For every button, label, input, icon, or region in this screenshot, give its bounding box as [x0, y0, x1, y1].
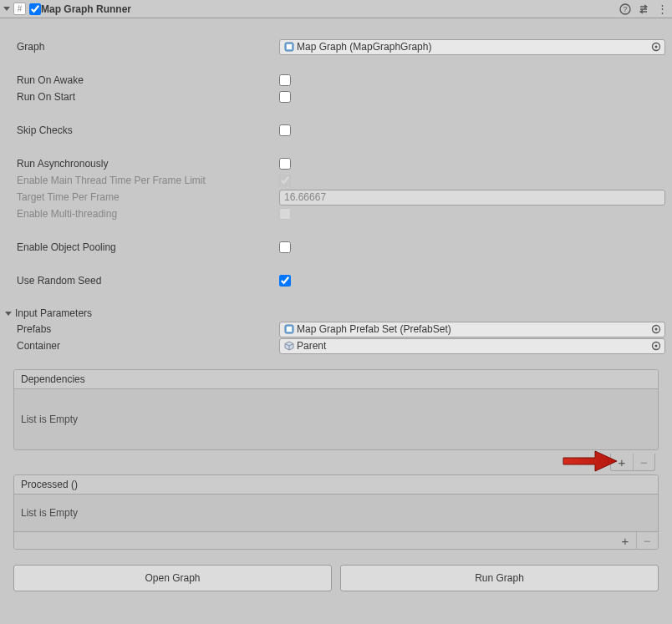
- gameobject-icon: [283, 341, 294, 352]
- list-processed-header: Processed (): [14, 475, 658, 495]
- checkbox-run-async[interactable]: [279, 158, 291, 170]
- list-dependencies: Dependencies List is Empty: [13, 369, 659, 450]
- foldout-icon: [5, 312, 12, 316]
- dependencies-remove-button[interactable]: −: [633, 454, 654, 470]
- row-enable-pooling: Enable Object Pooling: [3, 239, 669, 256]
- container-object-field[interactable]: Parent: [279, 338, 665, 354]
- label-enable-multithreading: Enable Multi-threading: [7, 208, 279, 220]
- checkbox-enable-main-thread-limit: [279, 175, 291, 186]
- section-input-parameters[interactable]: Input Parameters: [3, 306, 669, 321]
- svg-point-11: [655, 345, 658, 348]
- row-graph: Graph Map Graph (MapGraphGraph): [3, 38, 669, 55]
- label-container: Container: [7, 340, 279, 352]
- dependencies-add-button[interactable]: +: [611, 454, 633, 470]
- label-run-on-start: Run On Start: [7, 91, 279, 103]
- label-enable-main-thread-limit: Enable Main Thread Time Per Frame Limit: [7, 175, 279, 186]
- row-prefabs: Prefabs Map Graph Prefab Set (PrefabSet): [3, 321, 669, 337]
- svg-rect-7: [287, 327, 292, 332]
- component-enabled-checkbox[interactable]: [29, 3, 41, 15]
- script-icon: #: [13, 3, 26, 15]
- context-menu-icon[interactable]: ⋮: [655, 3, 669, 16]
- checkbox-use-random-seed[interactable]: [279, 275, 291, 287]
- label-enable-pooling: Enable Object Pooling: [7, 241, 279, 253]
- checkbox-enable-multithreading: [279, 208, 291, 220]
- object-picker-icon[interactable]: [649, 322, 663, 336]
- svg-point-9: [655, 328, 658, 331]
- object-picker-icon[interactable]: [649, 339, 663, 353]
- row-run-on-awake: Run On Awake: [3, 72, 669, 89]
- component-title: Map Graph Runner: [41, 3, 619, 15]
- graph-object-field[interactable]: Map Graph (MapGraphGraph): [279, 39, 665, 55]
- row-run-async: Run Asynchronously: [3, 155, 669, 172]
- row-target-time: Target Time Per Frame 16.66667: [3, 189, 669, 205]
- processed-add-button[interactable]: +: [614, 532, 636, 549]
- row-skip-checks: Skip Checks: [3, 122, 669, 139]
- list-processed-body: List is Empty: [14, 495, 658, 531]
- prefabs-object-field[interactable]: Map Graph Prefab Set (PrefabSet): [279, 322, 665, 337]
- checkbox-skip-checks[interactable]: [279, 124, 291, 136]
- svg-text:?: ?: [623, 5, 627, 13]
- svg-point-4: [653, 43, 660, 51]
- row-enable-main-thread-limit: Enable Main Thread Time Per Frame Limit: [3, 172, 669, 189]
- label-use-random-seed: Use Random Seed: [7, 275, 279, 287]
- row-enable-multithreading: Enable Multi-threading: [3, 205, 669, 222]
- list-processed: Processed () List is Empty + −: [13, 474, 659, 550]
- section-input-parameters-label: Input Parameters: [15, 307, 92, 319]
- label-graph: Graph: [7, 41, 279, 53]
- row-run-on-start: Run On Start: [3, 89, 669, 105]
- label-prefabs: Prefabs: [7, 323, 279, 335]
- foldout-icon[interactable]: [3, 7, 10, 11]
- object-picker-icon[interactable]: [649, 40, 663, 53]
- scriptableobject-icon: [283, 324, 294, 335]
- scriptableobject-icon: [283, 42, 294, 53]
- checkbox-enable-pooling[interactable]: [279, 241, 291, 253]
- field-target-time: 16.66667: [279, 190, 665, 205]
- list-dependencies-body: List is Empty: [14, 389, 658, 449]
- svg-point-10: [653, 342, 660, 350]
- label-skip-checks: Skip Checks: [7, 124, 279, 136]
- row-container: Container Parent: [3, 337, 669, 354]
- preset-icon[interactable]: [637, 3, 650, 16]
- open-graph-button[interactable]: Open Graph: [13, 565, 332, 591]
- row-use-random-seed: Use Random Seed: [3, 272, 669, 289]
- svg-rect-3: [287, 44, 292, 49]
- list-dependencies-header: Dependencies: [14, 370, 658, 389]
- component-header: # Map Graph Runner ? ⋮: [0, 0, 672, 18]
- run-graph-button[interactable]: Run Graph: [340, 565, 659, 591]
- label-target-time: Target Time Per Frame: [7, 191, 279, 203]
- processed-remove-button[interactable]: −: [636, 532, 658, 549]
- svg-point-8: [653, 326, 660, 333]
- checkbox-run-on-start[interactable]: [279, 91, 291, 103]
- container-object-value: Parent: [297, 340, 326, 352]
- label-run-async: Run Asynchronously: [7, 158, 279, 170]
- svg-point-5: [655, 46, 658, 48]
- graph-object-value: Map Graph (MapGraphGraph): [297, 41, 431, 53]
- help-icon[interactable]: ?: [619, 3, 632, 16]
- checkbox-run-on-awake[interactable]: [279, 74, 291, 86]
- label-run-on-awake: Run On Awake: [7, 74, 279, 86]
- prefabs-object-value: Map Graph Prefab Set (PrefabSet): [297, 323, 451, 335]
